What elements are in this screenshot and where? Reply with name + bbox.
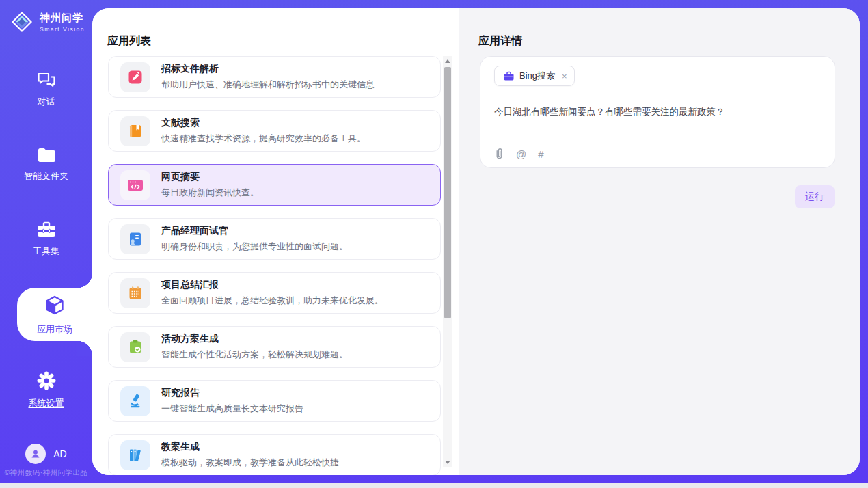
tool-tag-bing-search[interactable]: Bing搜索 × <box>494 66 575 86</box>
toolbox-icon <box>36 221 57 239</box>
composer-toolbar: @ # <box>494 148 544 160</box>
app-item-title: 招标文件解析 <box>161 63 375 75</box>
app-list-item[interactable]: 研究报告 一键智能生成高质量长文本研究报告 <box>108 380 441 422</box>
app-item-desc: 每日政府新闻资讯快查。 <box>161 187 259 199</box>
app-list-item[interactable]: 产品经理面试官 明确身份和职责，为您提供专业性的面试问题。 <box>108 218 441 260</box>
sidebar-item-toolset[interactable]: 工具集 <box>0 215 92 263</box>
book-icon <box>120 116 150 146</box>
chat-icon <box>36 70 57 90</box>
app-item-desc: 明确身份和职责，为您提供专业性的面试问题。 <box>161 241 348 253</box>
folder-icon <box>36 146 57 164</box>
scrollbar[interactable] <box>443 56 452 467</box>
clipboard-check-icon <box>120 332 150 362</box>
cube-icon <box>43 294 66 317</box>
query-input[interactable]: Bing搜索 × 今日湖北有哪些新闻要点？有哪些需要关注的最新政策？ @ # <box>480 56 835 168</box>
app-item-desc: 模板驱动，教案即成，教学准备从此轻松快捷 <box>161 457 339 469</box>
scroll-up-icon[interactable] <box>443 56 452 66</box>
app-item-title: 研究报告 <box>161 387 303 399</box>
app-list-item[interactable]: 文献搜索 快速精准查找学术资源，提高研究效率的必备工具。 <box>108 110 441 152</box>
user-initials: AD <box>53 448 66 459</box>
attachment-icon[interactable] <box>494 148 504 160</box>
brand-logo: 神州问学 Smart Vision <box>9 9 85 35</box>
sidebar-item-app-market[interactable]: 应用市场 <box>17 288 92 341</box>
app-list: 招标文件解析 帮助用户快速、准确地理解和解析招标书中的关键信息 文献搜索 快速精… <box>108 56 441 475</box>
app-item-desc: 一键智能生成高质量长文本研究报告 <box>161 403 303 415</box>
app-item-desc: 快速精准查找学术资源，提高研究效率的必备工具。 <box>161 133 366 145</box>
sidebar-item-label: 系统设置 <box>29 397 64 409</box>
app-list-item[interactable]: 教案生成 模板驱动，教案即成，教学准备从此轻松快捷 <box>108 434 441 475</box>
notepad-icon <box>120 278 150 308</box>
app-item-desc: 全面回顾项目进展，总结经验教训，助力未来优化发展。 <box>161 295 383 307</box>
books-icon <box>120 440 150 470</box>
sidebar-item-smart-folders[interactable]: 智能文件夹 <box>0 140 92 188</box>
app-item-desc: 帮助用户快速、准确地理解和解析招标书中的关键信息 <box>161 79 375 91</box>
microscope-icon <box>120 386 150 416</box>
query-text: 今日湖北有哪些新闻要点？有哪些需要关注的最新政策？ <box>494 105 821 119</box>
hash-icon[interactable]: # <box>538 148 543 160</box>
scroll-down-icon[interactable] <box>443 457 452 467</box>
sidebar-item-label: 对话 <box>38 96 55 108</box>
copyright-text: ©神州数码·神州问学出品 <box>0 468 92 478</box>
app-item-title: 网页摘要 <box>161 171 259 183</box>
run-button[interactable]: 运行 <box>795 185 835 208</box>
close-icon[interactable]: × <box>562 72 567 81</box>
app-list-item[interactable]: 招标文件解析 帮助用户快速、准确地理解和解析招标书中的关键信息 <box>108 56 441 98</box>
diamond-logo-icon <box>9 9 35 35</box>
webpage-code-icon <box>120 170 150 200</box>
app-detail-panel: 应用详情 Bing搜索 × 今日湖北有哪些新闻要点？有哪些需要关注的最新政策？ … <box>459 8 860 475</box>
app-item-title: 活动方案生成 <box>161 333 348 345</box>
gear-icon <box>36 370 57 391</box>
sidebar-item-label: 工具集 <box>33 245 59 258</box>
brand-name: 神州问学 <box>40 12 85 25</box>
sidebar-item-label: 智能文件夹 <box>24 170 68 182</box>
app-list-panel: 应用列表 招标文件解析 帮助用户快速、准确地理解和解析招标书中的关键信息 文献搜… <box>92 8 459 475</box>
sidebar-nav: 对话 智能文件夹 工具集 应用市场 <box>0 65 92 441</box>
app-list-item[interactable]: 网页摘要 每日政府新闻资讯快查。 <box>108 164 441 206</box>
app-detail-title: 应用详情 <box>478 34 522 49</box>
sidebar-item-label: 应用市场 <box>37 323 72 336</box>
user-account[interactable]: AD <box>0 444 92 464</box>
app-list-item[interactable]: 活动方案生成 智能生成个性化活动方案，轻松解决规划难题。 <box>108 326 441 368</box>
app-item-title: 教案生成 <box>161 441 339 453</box>
scrollbar-thumb[interactable] <box>444 67 451 318</box>
app-list-title: 应用列表 <box>107 34 151 49</box>
mention-icon[interactable]: @ <box>516 148 526 160</box>
main-content: 应用列表 招标文件解析 帮助用户快速、准确地理解和解析招标书中的关键信息 文献搜… <box>92 8 860 475</box>
app-item-title: 文献搜索 <box>161 117 366 129</box>
app-list-item[interactable]: 项目总结汇报 全面回顾项目进展，总结经验教训，助力未来优化发展。 <box>108 272 441 314</box>
briefcase-icon <box>503 71 515 81</box>
sidebar: 神州问学 Smart Vision 对话 智能文件夹 <box>0 0 92 483</box>
sidebar-item-chat[interactable]: 对话 <box>0 65 92 113</box>
app-item-title: 项目总结汇报 <box>161 279 383 291</box>
doc-edit-icon <box>120 62 150 92</box>
avatar <box>25 444 46 464</box>
tool-tag-label: Bing搜索 <box>519 70 555 82</box>
sidebar-item-settings[interactable]: 系统设置 <box>0 366 92 414</box>
resume-icon <box>120 224 150 254</box>
app-item-desc: 智能生成个性化活动方案，轻松解决规划难题。 <box>161 349 348 361</box>
person-icon <box>29 448 42 460</box>
app-item-title: 产品经理面试官 <box>161 225 348 237</box>
brand-tagline: Smart Vision <box>40 26 85 33</box>
